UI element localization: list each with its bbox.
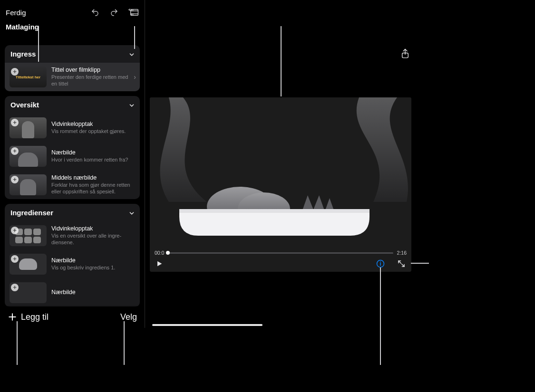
scrubber[interactable] [168,252,393,254]
chevron-down-icon [128,51,134,57]
info-icon[interactable] [376,259,385,268]
app-window: Ferdig [0,0,535,328]
share-icon[interactable] [400,48,410,59]
preview-controls: 00:0 2:16 [150,246,411,272]
add-media-badge-icon[interactable]: + [11,227,19,234]
item-desc: Presenter den ferdige retten med en titt… [51,74,135,87]
project-title: Matlaging [6,22,139,34]
item-title: Vidvinkelopptak [51,121,135,127]
add-media-badge-icon[interactable]: + [11,255,19,263]
add-media-badge-icon[interactable]: + [11,284,19,291]
add-media-badge-icon[interactable]: + [11,68,19,76]
callout-leader [38,26,39,62]
scrubber-row: 00:0 2:16 [150,246,411,258]
storyboard-item[interactable]: + Nærbilde Vis og beskriv ingrediens 1. [5,250,140,278]
preview-stage[interactable] [150,97,411,246]
item-thumb: + [10,146,47,167]
item-desc: Vis rommet der opptaket gjøres. [51,128,135,135]
home-indicator [152,324,263,326]
callout-leader [17,321,18,365]
callout-leader [411,263,429,264]
timeline-icon[interactable] [128,8,139,17]
preview-player: 00:0 2:16 [150,97,411,272]
section-oversikt: Oversikt + Vidvinkelopptak Vis rommet de… [5,96,140,199]
callout-leader [124,321,125,365]
item-title: Nærbilde [51,149,135,156]
item-thumb: + Titteltekst her [10,67,47,87]
item-desc: Vis en oversikt over alle ingre-diensene… [51,233,135,246]
callout-leader [134,26,135,49]
storyboard-item[interactable]: + Titteltekst her Tittel over filmklipp … [5,63,140,91]
done-button[interactable]: Ferdig [6,9,26,17]
storyboard-item[interactable]: + Middels nærbilde Forklar hva som gjør … [5,171,140,199]
redo-icon[interactable] [109,8,119,17]
item-desc: Hvor i verden kommer retten fra? [51,157,135,163]
item-desc: Forklar hva som gjør denne retten eller … [51,182,135,195]
sidebar-scroll[interactable]: Ingress + Titteltekst her Tittel over fi… [0,45,145,328]
undo-icon[interactable] [90,8,100,17]
section-ingredienser: Ingredienser + Vidvinkelopptak Vis en ov… [5,204,140,307]
storyboard-item[interactable]: + Vidvinkelopptak Vis en oversikt over a… [5,221,140,250]
play-icon[interactable] [156,260,163,268]
add-media-badge-icon[interactable]: + [11,119,19,126]
section-title: Ingress [10,50,36,58]
add-label: Legg til [21,312,49,322]
svg-marker-14 [157,261,162,267]
item-desc: Vis og beskriv ingrediens 1. [51,265,135,271]
storyboard-item[interactable]: + Nærbilde [5,278,140,307]
chevron-right-icon: › [134,73,136,81]
sidebar-header: Ferdig [0,0,145,45]
sidebar-bottom-bar: Legg til Velg [0,306,145,328]
chevron-down-icon [128,102,134,108]
add-media-badge-icon[interactable]: + [11,147,19,155]
svg-line-19 [402,264,404,267]
storyboard-item[interactable]: + Vidvinkelopptak Vis rommet der opptake… [5,114,140,142]
item-title: Nærbilde [51,289,135,296]
item-thumb: + [10,174,47,195]
storyboard-sidebar: Ferdig [0,0,145,328]
preview-scene [150,97,411,246]
item-title: Nærbilde [51,257,135,264]
svg-rect-0 [131,10,138,16]
plus-icon [8,312,17,322]
select-button[interactable]: Velg [120,312,137,322]
svg-rect-13 [179,209,370,213]
fullscreen-icon[interactable] [397,259,406,268]
section-title: Ingredienser [10,209,53,217]
section-ingress: Ingress + Titteltekst her Tittel over fi… [5,45,140,91]
item-thumb: + [10,282,47,303]
time-current: 00:0 [155,250,164,256]
svg-line-18 [399,261,401,263]
section-header[interactable]: Ingress [5,45,140,63]
scrubber-knob[interactable] [166,251,170,255]
callout-leader [380,268,381,365]
item-thumb: + [10,117,47,138]
item-thumb: + [10,225,47,246]
svg-point-17 [380,261,381,262]
item-title: Tittel over filmklipp [51,67,135,73]
item-thumb: + [10,254,47,275]
chevron-down-icon [128,210,134,216]
section-header[interactable]: Ingredienser [5,204,140,221]
thumb-label: Titteltekst her [16,75,40,79]
section-title: Oversikt [10,101,39,109]
storyboard-item[interactable]: + Nærbilde Hvor i verden kommer retten f… [5,142,140,171]
item-title: Middels nærbilde [51,174,135,181]
time-total: 2:16 [397,250,407,256]
section-header[interactable]: Oversikt [5,96,140,114]
add-media-badge-icon[interactable]: + [11,176,19,183]
callout-leader [281,26,282,96]
item-title: Vidvinkelopptak [51,225,135,232]
header-icons [90,8,139,17]
add-button[interactable]: Legg til [8,312,49,322]
